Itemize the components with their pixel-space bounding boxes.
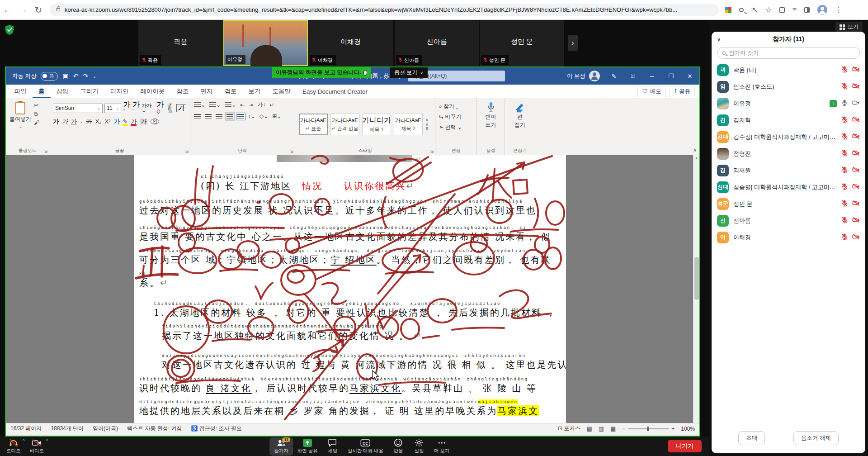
toolbar-chat-button[interactable]: 채팅 (322, 437, 343, 456)
subscript-button[interactable]: X₂ (95, 119, 102, 124)
toolbar-share-button[interactable]: 화면 공유 (293, 437, 322, 456)
bold-button[interactable]: 가 (53, 119, 59, 124)
tab-보기[interactable]: 보기 (243, 85, 267, 98)
phonetic-guide-button[interactable]: 내천JII (168, 103, 175, 114)
show-marks-button[interactable]: ↵ (269, 102, 274, 108)
align-center-button[interactable] (205, 114, 212, 119)
shading-button[interactable]: 가 (140, 119, 147, 124)
scroll-up-icon[interactable]: ▲ (693, 155, 699, 162)
participant-row[interactable]: 이이채경 (712, 229, 865, 246)
enclose-char-button[interactable]: 인 (151, 119, 159, 124)
multilevel-list-button[interactable]: ⌄ (225, 102, 236, 108)
side-panel-icon[interactable] (804, 7, 810, 13)
extension-icon[interactable] (725, 7, 731, 13)
redo-icon[interactable]: ↷ (83, 72, 88, 80)
highlight-button[interactable]: ✎ (123, 119, 127, 124)
char-border-button[interactable]: 가 (176, 104, 186, 112)
close-button[interactable]: ✕ (680, 67, 699, 85)
forward-icon[interactable]: → (15, 5, 31, 15)
format-painter-icon[interactable]: 🖌︎ (34, 119, 39, 126)
participant-row[interactable]: 신신아름 (712, 212, 865, 229)
participant-row[interactable]: 김김재원 (712, 162, 865, 179)
collapse-ribbon-icon[interactable]: ∧ (693, 147, 697, 153)
focus-mode-button[interactable]: ⊡ 포커스 (558, 425, 580, 432)
font-size-select[interactable]: 11⌄ (104, 104, 121, 113)
tab-파일[interactable]: 파일 (9, 85, 33, 98)
styles-down-icon[interactable]: ∨ (425, 122, 429, 127)
leave-button[interactable]: 나가기 (668, 440, 702, 452)
save-icon[interactable]: ▣ (62, 72, 68, 80)
scrollbar-thumb[interactable] (694, 257, 699, 300)
share-icon[interactable]: ⇱ (751, 6, 757, 14)
toolbar-cc-button[interactable]: CC실시간 대화 내용 (343, 437, 388, 456)
toolbar-audio-button[interactable]: 오디오^ (2, 437, 25, 456)
participant-search-input[interactable]: 참가자 찾기 (717, 47, 860, 59)
replace-button[interactable]: ⇆ 바꾸기 (439, 113, 462, 121)
status-item-3[interactable]: 텍스트 자동 완성: 켜짐 (127, 425, 182, 432)
vertical-scrollbar[interactable]: ▲ (693, 155, 699, 423)
font-color-button[interactable]: 가 (131, 119, 137, 124)
align-right-button[interactable] (216, 114, 222, 119)
participant-row[interactable]: 심대심승렬[ 대학원석사과정재학 / 고고미술사학과 ] (712, 179, 865, 195)
justify-button[interactable] (226, 114, 233, 119)
toolbar-settings-button[interactable]: 설정 (409, 437, 429, 456)
collapse-panel-icon[interactable]: ∨ (717, 37, 721, 43)
menu-kebab-icon[interactable]: ⋮ (835, 6, 842, 14)
superscript-button[interactable]: X² (104, 119, 110, 124)
copy-icon[interactable]: ⧉ (34, 111, 39, 117)
video-tile-성민 문[interactable]: 성민 문성민 문 (480, 20, 564, 66)
underline-button[interactable]: 가 (71, 119, 77, 124)
document-canvas[interactable]: ↵ sì chángjiāngxiàyóudìqū(四) 长 江下游地区 情况 … (6, 155, 699, 423)
dialog-launcher-icon[interactable]: ⇲ (290, 149, 293, 154)
caret-icon[interactable]: ^ (46, 438, 48, 443)
zoom-slider-thumb[interactable] (647, 427, 649, 431)
minimize-button[interactable]: ─ (642, 67, 661, 85)
numbering-button[interactable]: ⌄ (209, 102, 221, 108)
tab-디자인[interactable]: 디자인 (104, 85, 135, 98)
user-avatar[interactable] (589, 71, 600, 81)
participant-row[interactable]: 성문성민 문 (712, 195, 865, 212)
clear-format-button[interactable]: 가◊ (156, 101, 165, 115)
zoom-slider[interactable]: −+ (622, 426, 675, 432)
styles-up-icon[interactable]: ∧ (425, 118, 429, 122)
view-button[interactable]: 보기 (835, 22, 863, 32)
status-item-0[interactable]: 16/32 페이지 (10, 425, 42, 432)
tab-레이아웃[interactable]: 레이아웃 (135, 85, 171, 98)
style-heading2[interactable]: 가나다AaE제목 2 (394, 114, 423, 135)
dictate-button[interactable]: 받아쓰기 (486, 101, 496, 147)
tab-홈[interactable]: 홈 (33, 85, 51, 98)
tab-검토[interactable]: 검토 (219, 85, 243, 98)
increase-indent-button[interactable]: ⇥ (249, 102, 253, 108)
participant-row[interactable]: 김대김수정[ 대학원석사과정재학 / 고고미술사학과 ] (712, 128, 865, 145)
toolbar-video-button[interactable]: 비디오^ (25, 437, 49, 456)
undo-icon[interactable]: ↶ (73, 72, 79, 80)
editor-button[interactable]: 편집기 (514, 101, 525, 147)
video-tile-이유정[interactable]: 이유정 (223, 20, 308, 66)
video-tile-이채경[interactable]: 이채경이채경 (308, 20, 393, 66)
video-tile-곽윤[interactable]: 곽윤곽윤 (138, 20, 223, 66)
signed-in-user[interactable]: 이 유정 (567, 72, 585, 80)
status-item-2[interactable]: 영어(미국) (93, 425, 118, 432)
decrease-indent-button[interactable]: ⇤ (240, 102, 245, 108)
style-normal[interactable]: 가나다AaE↵ 표준 (299, 114, 328, 135)
invite-button[interactable]: 초대 (738, 431, 765, 445)
sort-button[interactable]: 가↓ (257, 101, 265, 109)
dialog-launcher-icon[interactable]: ⇲ (430, 149, 434, 154)
reading-list-icon[interactable]: ≡ (793, 6, 797, 14)
extensions-puzzle-icon[interactable] (779, 7, 785, 13)
font-name-select[interactable]: SimSun⌄ (53, 104, 103, 113)
styles-more-icon[interactable]: ⊽ (425, 127, 429, 131)
tab-편지[interactable]: 편지 (195, 85, 219, 98)
toolbar-more-button[interactable]: 더 보기 (429, 437, 454, 456)
autosave-toggle[interactable]: 끔 (41, 72, 58, 81)
text-effects-button[interactable]: 가 (113, 119, 119, 124)
profile-avatar[interactable] (817, 5, 827, 15)
next-participants-chevron[interactable]: › (568, 35, 578, 51)
tab-삽입[interactable]: 삽입 (51, 85, 75, 98)
ink-pen-icon[interactable]: ✎ (604, 67, 623, 85)
italic-button[interactable]: 가 (62, 119, 68, 124)
zoom-percent[interactable]: 100% (681, 426, 695, 432)
caret-icon[interactable]: ^ (23, 438, 24, 443)
dialog-launcher-icon[interactable]: ⇲ (44, 149, 47, 154)
toolbar-participants-button[interactable]: 참가자11 (269, 437, 293, 456)
